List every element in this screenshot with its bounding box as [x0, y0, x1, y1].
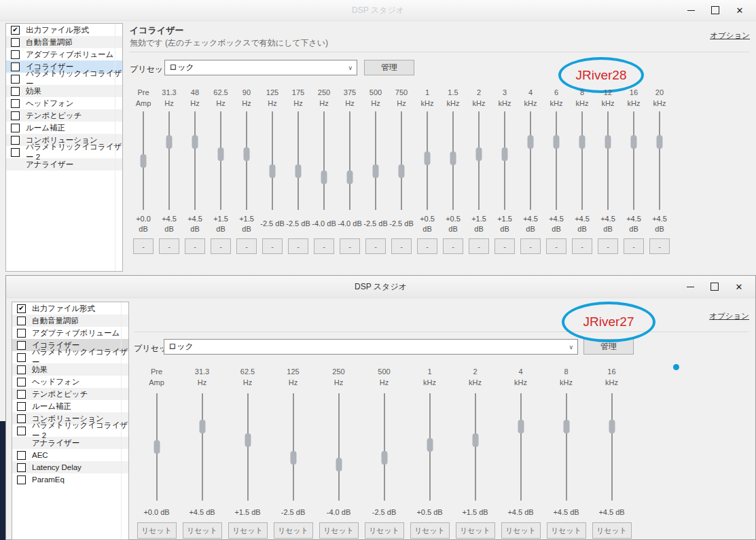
slider-thumb[interactable]: [199, 420, 205, 433]
eq-slider[interactable]: [316, 393, 361, 501]
title-bar[interactable]: DSP スタジオ ✕: [0, 0, 756, 21]
reset-button[interactable]: -: [133, 238, 154, 254]
slider-thumb[interactable]: [166, 135, 173, 149]
checkbox[interactable]: [11, 136, 20, 145]
reset-button[interactable]: -: [598, 238, 618, 254]
checkbox[interactable]: [17, 317, 26, 325]
reset-button[interactable]: -: [572, 238, 592, 254]
reset-button[interactable]: リセット: [501, 522, 541, 539]
reset-button[interactable]: -: [391, 238, 412, 254]
eq-slider[interactable]: [130, 111, 156, 210]
eq-slider[interactable]: [182, 111, 208, 210]
slider-thumb[interactable]: [609, 420, 615, 433]
checkbox[interactable]: [11, 50, 20, 59]
eq-slider[interactable]: [179, 393, 225, 501]
eq-slider[interactable]: [156, 111, 182, 210]
reset-button[interactable]: リセット: [137, 522, 177, 539]
slider-thumb[interactable]: [427, 438, 433, 452]
sidebar-item[interactable]: ✔出力ファイル形式: [12, 302, 128, 314]
slider-thumb[interactable]: [244, 147, 250, 161]
slider-thumb[interactable]: [154, 440, 160, 454]
slider-thumb[interactable]: [476, 147, 482, 161]
sidebar-item[interactable]: テンポとピッチ: [12, 388, 128, 400]
sidebar-item[interactable]: パラメトリックイコライザー 2: [12, 425, 128, 437]
eq-slider[interactable]: [589, 393, 634, 501]
reset-button[interactable]: -: [185, 238, 205, 254]
reset-button[interactable]: -: [365, 238, 386, 254]
reset-button[interactable]: リセット: [365, 522, 404, 539]
slider-thumb[interactable]: [528, 135, 534, 149]
slider-thumb[interactable]: [399, 164, 405, 178]
reset-button[interactable]: リセット: [228, 522, 268, 539]
eq-slider[interactable]: [361, 393, 407, 501]
eq-slider[interactable]: [595, 111, 621, 210]
minimize-button[interactable]: [678, 276, 702, 298]
close-button[interactable]: ✕: [727, 0, 752, 20]
slider-thumb[interactable]: [245, 433, 251, 447]
minimize-button[interactable]: [679, 0, 703, 20]
eq-slider[interactable]: [621, 111, 647, 210]
checkbox[interactable]: [17, 402, 26, 411]
reset-button[interactable]: -: [262, 238, 283, 254]
sidebar-item[interactable]: アダプティブボリューム: [6, 48, 122, 60]
eq-slider[interactable]: [337, 111, 363, 210]
sidebar-item[interactable]: ルーム補正: [12, 400, 128, 412]
maximize-button[interactable]: [703, 0, 727, 20]
reset-button[interactable]: -: [236, 238, 257, 254]
maximize-button[interactable]: [702, 276, 727, 298]
eq-slider[interactable]: [285, 111, 311, 210]
checkbox[interactable]: [17, 341, 26, 350]
checkbox[interactable]: [11, 111, 20, 120]
reset-button[interactable]: リセット: [274, 522, 313, 539]
checkbox[interactable]: [11, 148, 20, 157]
checkbox[interactable]: [11, 38, 20, 47]
eq-slider[interactable]: [518, 111, 543, 210]
slider-thumb[interactable]: [381, 451, 387, 465]
checkbox[interactable]: ✔: [17, 304, 26, 313]
reset-button[interactable]: リセット: [456, 522, 495, 539]
sidebar-item[interactable]: ヘッドフォン: [12, 376, 128, 388]
eq-slider[interactable]: [208, 111, 234, 210]
reset-button[interactable]: -: [417, 238, 437, 254]
sidebar-item[interactable]: ルーム補正: [6, 122, 122, 134]
eq-slider[interactable]: [407, 393, 452, 501]
sidebar-item[interactable]: ヘッドフォン: [6, 97, 122, 109]
eq-slider[interactable]: [311, 111, 337, 210]
slider-thumb[interactable]: [605, 135, 611, 149]
checkbox[interactable]: [17, 390, 26, 399]
checkbox[interactable]: [11, 62, 20, 71]
eq-slider[interactable]: [543, 393, 589, 501]
checkbox[interactable]: [17, 414, 26, 423]
sidebar-item[interactable]: テンポとピッチ: [6, 109, 122, 122]
checkbox[interactable]: [17, 475, 26, 484]
checkbox[interactable]: [17, 353, 26, 362]
eq-slider[interactable]: [259, 111, 285, 210]
options-link[interactable]: オプション: [710, 31, 750, 41]
eq-slider[interactable]: [498, 393, 543, 501]
slider-thumb[interactable]: [502, 147, 508, 161]
eq-slider[interactable]: [466, 111, 492, 210]
slider-thumb[interactable]: [657, 135, 663, 149]
sidebar-item[interactable]: ✔出力ファイル形式: [6, 24, 122, 36]
slider-thumb[interactable]: [425, 151, 431, 165]
reset-button[interactable]: -: [469, 238, 489, 254]
sidebar-item[interactable]: 自動音量調節: [12, 314, 128, 327]
checkbox[interactable]: [11, 75, 20, 84]
eq-slider[interactable]: [389, 111, 414, 210]
slider-thumb[interactable]: [141, 154, 147, 168]
reset-button[interactable]: リセット: [410, 522, 450, 539]
sidebar-item[interactable]: 自動音量調節: [6, 36, 122, 48]
eq-slider[interactable]: [363, 111, 389, 210]
slider-thumb[interactable]: [563, 420, 569, 433]
slider-thumb[interactable]: [295, 164, 302, 178]
sidebar-item[interactable]: パラメトリックイコライザー 2: [6, 146, 122, 158]
checkbox[interactable]: [17, 365, 26, 374]
eq-slider[interactable]: [452, 393, 498, 501]
eq-slider[interactable]: [234, 111, 259, 210]
slider-thumb[interactable]: [450, 151, 456, 165]
reset-button[interactable]: リセット: [319, 522, 359, 539]
eq-slider[interactable]: [543, 111, 569, 210]
options-link[interactable]: オプション: [709, 311, 749, 321]
slider-thumb[interactable]: [336, 458, 342, 471]
checkbox[interactable]: [11, 99, 20, 108]
